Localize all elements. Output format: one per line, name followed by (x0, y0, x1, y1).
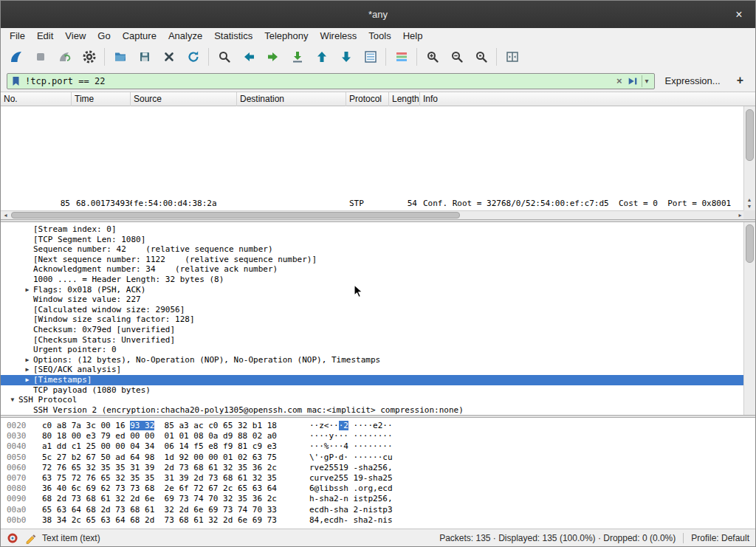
detail-row-ssh-protocol[interactable]: ▼SSH Protocol (1, 395, 756, 405)
main-toolbar (1, 44, 755, 70)
packet-list-vertical-scrollbar[interactable]: ▲▼ (743, 106, 755, 210)
go-first-packet-button[interactable] (309, 46, 334, 68)
detail-row-seq-ack[interactable]: ▶[SEQ/ACK analysis] (1, 365, 756, 375)
expression-button[interactable]: Expression... (661, 75, 725, 86)
column-destination[interactable]: Destination (237, 92, 346, 106)
open-capture-file-button[interactable] (108, 46, 132, 68)
details-vertical-scrollbar[interactable] (743, 222, 755, 415)
save-capture-file-button[interactable] (132, 46, 157, 68)
detail-row[interactable]: [Stream index: 0] (1, 224, 756, 235)
menu-tools[interactable]: Tools (362, 28, 396, 44)
filter-clear-icon[interactable]: × (614, 75, 625, 86)
detail-row[interactable]: [Calculated window size: 29056] (1, 305, 756, 315)
detail-row[interactable]: Sequence number: 42 (relative sequence n… (1, 244, 756, 255)
hex-row[interactable]: 006072 76 65 32 35 35 31 39 2d 73 68 61 … (7, 463, 756, 473)
menu-statistics[interactable]: Statistics (208, 28, 258, 44)
search-icon (217, 49, 232, 64)
hex-row[interactable]: 00505c 27 b2 67 50 ad 64 98 1d 92 00 00 … (7, 453, 756, 463)
horizontal-scroll-thumb[interactable] (11, 212, 460, 219)
capture-options-button[interactable] (77, 46, 101, 68)
colorize-packets-button[interactable] (389, 46, 413, 68)
reload-file-button[interactable] (181, 46, 205, 68)
menu-edit[interactable]: Edit (31, 28, 59, 44)
menu-telephony[interactable]: Telephony (258, 28, 314, 44)
menu-help[interactable]: Help (397, 28, 429, 44)
detail-row[interactable]: TCP payload (1080 bytes) (1, 385, 756, 396)
title-bar[interactable]: *any × (1, 1, 755, 28)
detail-row[interactable]: [Checksum Status: Unverified] (1, 335, 756, 345)
detail-row-timestamps-selected[interactable]: ▶[Timestamps] (1, 375, 756, 385)
resize-columns-button[interactable] (500, 46, 524, 68)
detail-row[interactable]: Acknowledgment number: 34 (relative ack … (1, 264, 756, 275)
column-protocol[interactable]: Protocol (346, 92, 389, 106)
column-info[interactable]: Info (420, 92, 756, 106)
toolbar-separator (208, 48, 209, 66)
detail-row[interactable]: Window size value: 227 (1, 295, 756, 305)
filter-apply-icon[interactable] (627, 76, 639, 86)
collapse-icon[interactable]: ▼ (7, 395, 18, 405)
auto-scroll-button[interactable] (358, 46, 382, 68)
detail-row-ssh-version[interactable]: SSH Version 2 (encryption:chacha20-poly1… (1, 405, 756, 415)
hex-row[interactable]: 00b038 34 2c 65 63 64 68 2d 73 68 61 32 … (7, 515, 756, 526)
menu-capture[interactable]: Capture (117, 28, 162, 44)
detail-row-flags[interactable]: ▶Flags: 0x018 (PSH, ACK) (1, 285, 756, 295)
close-icon[interactable]: × (732, 7, 746, 22)
column-no[interactable]: No. (1, 92, 72, 106)
zoom-in-button[interactable] (420, 46, 444, 68)
detail-row[interactable]: [Next sequence number: 1122 (relative se… (1, 255, 756, 265)
hex-row[interactable]: 009068 2d 73 68 61 32 2d 6e 69 73 74 70 … (7, 494, 756, 504)
expand-icon[interactable]: ▶ (21, 375, 33, 385)
hex-row[interactable]: 00a065 63 64 68 2d 73 68 61 32 2d 6e 69 … (7, 505, 756, 515)
go-forward-button[interactable] (261, 46, 285, 68)
go-last-packet-button[interactable] (334, 46, 358, 68)
go-to-packet-button[interactable] (285, 46, 309, 68)
detail-row[interactable]: [Window size scaling factor: 128] (1, 314, 756, 325)
expert-info-icon[interactable] (7, 532, 18, 544)
menu-analyze[interactable]: Analyze (162, 28, 208, 44)
column-source[interactable]: Source (131, 92, 237, 106)
go-back-button[interactable] (236, 46, 261, 68)
expand-icon[interactable]: ▶ (21, 355, 33, 365)
detail-row[interactable]: Checksum: 0x79ed [unverified] (1, 325, 756, 335)
scroll-arrows[interactable]: ▲▼ (744, 196, 755, 210)
column-length[interactable]: Length (389, 92, 420, 106)
detail-row-options[interactable]: ▶Options: (12 bytes), No-Operation (NOP)… (1, 355, 756, 365)
display-filter-input[interactable]: !tcp.port == 22 × ▾ (7, 73, 655, 89)
filter-history-icon[interactable]: ▾ (642, 75, 650, 87)
restart-capture-button[interactable] (52, 46, 77, 68)
detail-row[interactable]: Urgent pointer: 0 (1, 345, 756, 355)
scroll-left-icon[interactable]: ◂ (1, 211, 10, 219)
packet-list-horizontal-scrollbar[interactable]: ◂ ▸ (1, 210, 745, 219)
add-filter-button[interactable]: + (731, 74, 749, 89)
hex-row[interactable]: 007063 75 72 76 65 32 35 35 31 39 2d 73 … (7, 473, 756, 484)
menu-bar: File Edit View Go Capture Analyze Statis… (1, 28, 755, 44)
start-capture-button[interactable] (4, 46, 28, 68)
gear-icon (82, 49, 97, 64)
close-capture-file-button[interactable] (157, 46, 181, 68)
menu-go[interactable]: Go (92, 28, 116, 44)
hex-row[interactable]: 0020c0 a8 7a 3c 00 16 93 32 85 a3 ac c0 … (7, 421, 756, 431)
filter-bookmark-icon[interactable] (10, 75, 22, 87)
zoom-100-button[interactable] (469, 46, 493, 68)
status-bar: Text item (text) Packets: 135 · Displaye… (1, 529, 755, 546)
vertical-scroll-thumb[interactable] (746, 109, 754, 161)
detail-row[interactable]: [TCP Segment Len: 1080] (1, 235, 756, 245)
capture-comment-pencil-icon[interactable] (24, 532, 36, 544)
menu-file[interactable]: File (4, 28, 31, 44)
vertical-scroll-thumb[interactable] (746, 224, 754, 263)
stop-capture-button[interactable] (28, 46, 52, 68)
filter-value[interactable]: !tcp.port == 22 (25, 76, 611, 86)
detail-row[interactable]: 1000 .... = Header Length: 32 bytes (8) (1, 275, 756, 285)
hex-row[interactable]: 008036 40 6c 69 62 73 73 68 2e 6f 72 67 … (7, 484, 756, 494)
menu-view[interactable]: View (59, 28, 92, 44)
packet-row-85[interactable]: 8568.001734936fe:54:00:d4:38:2aSTP54Conf… (1, 199, 745, 209)
hex-row[interactable]: 003080 18 00 e3 79 ed 00 00 01 01 08 0a … (7, 431, 756, 441)
hex-row[interactable]: 0040a1 dd c1 25 00 00 04 34 06 14 f5 e8 … (7, 441, 756, 452)
expand-icon[interactable]: ▶ (21, 365, 33, 375)
zoom-out-button[interactable] (444, 46, 469, 68)
profile-button[interactable]: Profile: Default (691, 533, 749, 543)
expand-icon[interactable]: ▶ (21, 285, 33, 295)
find-packet-button[interactable] (212, 46, 236, 68)
column-time[interactable]: Time (72, 92, 131, 106)
menu-wireless[interactable]: Wireless (314, 28, 362, 44)
